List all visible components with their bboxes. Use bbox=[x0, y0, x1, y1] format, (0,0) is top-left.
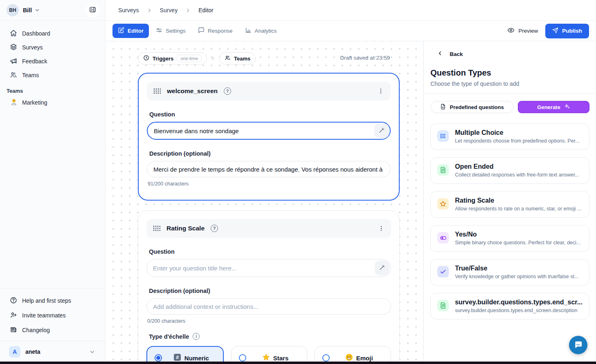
breadcrumb-editor[interactable]: Editor bbox=[198, 7, 214, 13]
sidebar-item-marketing[interactable]: Marketing bbox=[0, 96, 105, 109]
question-card-welcome-screen[interactable]: welcome_screen ? Question Description (o bbox=[138, 73, 400, 201]
question-type-name: Open Ended bbox=[455, 163, 579, 170]
tab-settings[interactable]: Settings bbox=[151, 24, 191, 38]
radio-unchecked-icon[interactable] bbox=[239, 354, 246, 362]
sidebar-item-teams[interactable]: Teams bbox=[5, 68, 100, 82]
tab-label: Response bbox=[208, 28, 233, 34]
question-type-multiple-choice[interactable]: Multiple Choice Let respondents choose f… bbox=[430, 123, 589, 150]
clock-icon bbox=[143, 55, 149, 62]
magic-wand-icon bbox=[378, 127, 385, 135]
main-area: Surveys Survey Editor Editor Settings Re… bbox=[106, 0, 596, 364]
question-type-end-screen[interactable]: survey.builder.questions.types.end_scr..… bbox=[430, 293, 589, 319]
question-card-title: welcome_screen bbox=[167, 87, 218, 95]
preview-button[interactable]: Preview bbox=[507, 27, 538, 35]
kebab-menu-icon[interactable] bbox=[378, 225, 385, 232]
breadcrumb-survey[interactable]: Survey bbox=[160, 7, 178, 13]
sidebar-item-surveys[interactable]: Surveys bbox=[5, 40, 100, 54]
eye-icon bbox=[507, 27, 515, 35]
panel-title: Question Types bbox=[430, 68, 589, 78]
question-type-open-ended[interactable]: Open Ended Collect detailed responses wi… bbox=[430, 157, 589, 184]
question-card-header: welcome_screen ? bbox=[147, 82, 391, 100]
tab-label: Analytics bbox=[255, 28, 277, 34]
tab-analytics[interactable]: Analytics bbox=[240, 24, 282, 38]
account-menu[interactable]: A aneta bbox=[0, 341, 105, 360]
chevron-left-icon bbox=[437, 50, 443, 58]
triggers-chip[interactable]: Triggers one-time bbox=[138, 52, 207, 65]
chevron-right-icon bbox=[146, 7, 153, 13]
info-circle-icon[interactable]: i bbox=[193, 333, 200, 340]
question-type-rating-scale[interactable]: Rating Scale Allow respondents to rate o… bbox=[430, 191, 589, 218]
magic-wand-button[interactable] bbox=[375, 261, 389, 275]
workspace-name: Bill bbox=[23, 7, 32, 13]
kebab-menu-icon[interactable] bbox=[378, 88, 384, 94]
char-count: 0/200 characters bbox=[147, 318, 391, 324]
sidebar-collapse-button[interactable] bbox=[85, 3, 99, 17]
sidebar-item-help[interactable]: Help and first steps bbox=[5, 293, 100, 308]
generate-label: Generate bbox=[537, 104, 560, 110]
sidebar-item-label: Feedback bbox=[22, 58, 47, 65]
breadcrumb-surveys[interactable]: Surveys bbox=[118, 7, 139, 13]
sparkles-icon bbox=[564, 103, 570, 111]
sidebar-item-changelog[interactable]: Changelog bbox=[5, 323, 100, 337]
sidebar: BH Bill Dashboard Surv bbox=[0, 0, 106, 364]
tab-response[interactable]: Response bbox=[193, 24, 238, 38]
teams-chip-label: Teams bbox=[234, 56, 250, 62]
team-item-label: Marketing bbox=[22, 99, 47, 106]
megaphone-icon bbox=[10, 57, 17, 66]
char-count: 91/200 characters bbox=[148, 181, 391, 187]
magic-wand-button[interactable] bbox=[374, 123, 389, 138]
trigger-frequency-badge: one-time bbox=[177, 55, 202, 62]
radio-unchecked-icon[interactable] bbox=[322, 354, 330, 362]
tab-label: Settings bbox=[166, 28, 186, 34]
workspace-switcher[interactable]: BH Bill bbox=[0, 0, 105, 21]
question-type-yes-no[interactable]: Yes/No Simple binary choice questions. P… bbox=[430, 225, 589, 252]
predefined-questions-button[interactable]: Predefined questions bbox=[430, 101, 514, 113]
question-type-true-false[interactable]: True/False Verify knowledge or gather op… bbox=[430, 259, 589, 286]
teams-chip[interactable]: Teams bbox=[219, 52, 256, 65]
chevron-down-icon bbox=[34, 7, 40, 13]
panel-collapse-icon bbox=[89, 6, 96, 14]
star-icon bbox=[437, 198, 449, 210]
sliders-icon bbox=[156, 27, 162, 35]
sidebar-item-label: Surveys bbox=[22, 44, 43, 51]
chevron-right-icon bbox=[185, 7, 191, 13]
question-description-input[interactable] bbox=[146, 298, 391, 315]
technologist-emoji-icon bbox=[10, 98, 18, 107]
back-label: Back bbox=[450, 51, 463, 57]
sidebar-item-label: Changelog bbox=[22, 327, 50, 333]
file-text-icon bbox=[437, 164, 449, 176]
drag-handle-icon[interactable] bbox=[153, 88, 161, 94]
question-field-label: Question bbox=[149, 248, 391, 255]
sidebar-item-label: Help and first steps bbox=[22, 297, 71, 304]
survey-canvas: Triggers one-time Teams Draft saved at 2… bbox=[106, 41, 423, 364]
help-circle-icon bbox=[10, 297, 17, 305]
star-emoji-icon bbox=[262, 353, 270, 362]
question-title-input[interactable] bbox=[146, 259, 391, 277]
publish-label: Publish bbox=[562, 28, 582, 34]
sidebar-item-dashboard[interactable]: Dashboard bbox=[5, 27, 100, 40]
scale-option-label: Emoji bbox=[356, 355, 373, 362]
help-circle-icon[interactable]: ? bbox=[224, 87, 231, 95]
workspace-avatar: BH bbox=[7, 4, 19, 16]
question-card-header: Rating Scale ? bbox=[146, 219, 391, 238]
layers-icon bbox=[10, 43, 17, 52]
question-card-rating-scale[interactable]: Rating Scale ? Question Description (opt bbox=[138, 210, 400, 364]
chat-launcher-button[interactable] bbox=[569, 336, 587, 354]
file-text-icon bbox=[437, 300, 449, 311]
help-circle-icon[interactable]: ? bbox=[211, 225, 218, 232]
user-plus-icon bbox=[10, 311, 17, 320]
question-title-input[interactable] bbox=[147, 122, 391, 140]
question-type-name: Multiple Choice bbox=[455, 129, 579, 136]
tab-editor[interactable]: Editor bbox=[112, 24, 149, 38]
back-button[interactable]: Back bbox=[430, 50, 463, 58]
drag-handle-icon[interactable] bbox=[153, 226, 160, 231]
home-icon bbox=[10, 29, 17, 38]
question-description-input[interactable] bbox=[147, 161, 391, 177]
radio-checked-icon[interactable] bbox=[155, 354, 162, 362]
question-type-name: True/False bbox=[455, 265, 578, 272]
publish-button[interactable]: Publish bbox=[545, 24, 589, 38]
sidebar-item-invite[interactable]: Invite teammates bbox=[5, 308, 100, 323]
teams-section-label: Teams bbox=[0, 82, 105, 96]
sidebar-item-feedback[interactable]: Feedback bbox=[5, 54, 100, 68]
generate-button[interactable]: Generate bbox=[518, 101, 589, 113]
